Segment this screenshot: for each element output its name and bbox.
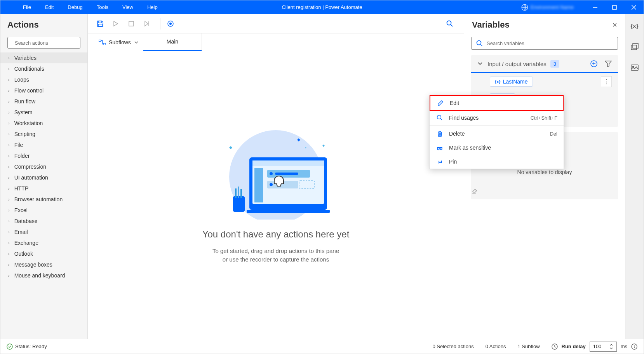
context-mark-sensitive[interactable]: Mark as sensitive	[430, 141, 564, 155]
action-category-outlook[interactable]: ›Outlook	[0, 248, 87, 259]
action-category-workstation[interactable]: ›Workstation	[0, 118, 87, 129]
action-category-loops[interactable]: ›Loops	[0, 74, 87, 85]
right-rail: {x}	[625, 14, 644, 339]
action-category-file[interactable]: ›File	[0, 140, 87, 150]
svg-rect-9	[129, 21, 134, 26]
action-category-conditionals[interactable]: ›Conditionals	[0, 63, 87, 74]
action-category-database[interactable]: ›Database	[0, 216, 87, 227]
action-category-scripting[interactable]: ›Scripting	[0, 129, 87, 140]
status-actions-count: 0 Actions	[486, 344, 506, 349]
action-category-ui-automation[interactable]: ›UI automation	[0, 172, 87, 183]
run-button[interactable]	[110, 17, 122, 30]
action-category-excel[interactable]: ›Excel	[0, 205, 87, 216]
actions-search[interactable]	[7, 37, 80, 49]
action-category-system[interactable]: ›System	[0, 107, 87, 118]
svg-rect-20	[238, 187, 239, 198]
window-title: Client registration | Power Automate	[282, 4, 362, 10]
variable-chip[interactable]: {x}LastName	[490, 77, 533, 87]
chevron-down-icon	[477, 61, 483, 66]
menu-file[interactable]: File	[16, 1, 38, 13]
window-maximize[interactable]	[605, 0, 624, 14]
action-category-variables[interactable]: ›Variables	[0, 52, 87, 63]
svg-line-44	[441, 119, 442, 120]
context-edit[interactable]: Edit	[430, 95, 564, 111]
svg-rect-25	[254, 168, 263, 202]
svg-line-14	[451, 24, 453, 26]
svg-rect-18	[233, 196, 245, 212]
status-ready: Status: Ready	[7, 344, 47, 350]
actions-title: Actions	[7, 20, 80, 30]
recorder-button[interactable]	[164, 17, 177, 30]
menu-view[interactable]: View	[115, 1, 140, 13]
svg-point-12	[169, 23, 172, 25]
edit-icon	[437, 100, 444, 106]
search-icon	[436, 115, 444, 121]
svg-rect-16	[103, 43, 106, 45]
variables-search[interactable]	[471, 37, 618, 50]
variable-row-lastname[interactable]: {x}LastName ⋮	[471, 73, 618, 90]
action-category-email[interactable]: ›Email	[0, 227, 87, 237]
action-category-message-boxes[interactable]: ›Message boxes	[0, 259, 87, 270]
filter-icon[interactable]	[605, 60, 612, 67]
variable-more-button[interactable]: ⋮	[601, 76, 612, 87]
environment-badge[interactable]: Environment Name	[521, 4, 574, 11]
action-category-compression[interactable]: ›Compression	[0, 161, 87, 172]
io-variables-count: 3	[550, 60, 559, 68]
chevron-right-icon: ›	[8, 66, 10, 71]
window-close[interactable]	[624, 0, 644, 14]
variable-icon: {x}	[495, 79, 501, 84]
action-category-browser-automation[interactable]: ›Browser automation	[0, 194, 87, 205]
chevron-right-icon: ›	[8, 251, 10, 256]
chevron-right-icon: ›	[8, 77, 10, 82]
context-pin[interactable]: Pin	[430, 155, 564, 169]
run-delay-label: Run delay	[562, 344, 586, 349]
variables-title: Variables	[472, 20, 510, 30]
window-minimize[interactable]	[585, 0, 605, 14]
svg-point-33	[477, 41, 481, 45]
svg-rect-24	[252, 160, 324, 166]
info-icon[interactable]	[631, 344, 637, 350]
chevron-right-icon: ›	[8, 99, 10, 104]
canvas-search-button[interactable]	[442, 16, 458, 31]
action-category-mouse-keyboard[interactable]: ›Mouse and keyboard	[0, 270, 87, 281]
action-category-run-flow[interactable]: ›Run flow	[0, 96, 87, 107]
chevron-right-icon: ›	[8, 197, 10, 202]
run-delay-input[interactable]: 100	[590, 342, 617, 352]
subflows-dropdown[interactable]: Subflows	[94, 37, 143, 48]
actions-search-input[interactable]	[15, 40, 80, 46]
chevron-right-icon: ›	[8, 186, 10, 191]
chevron-right-icon: ›	[8, 262, 10, 267]
action-category-http[interactable]: ›HTTP	[0, 183, 87, 194]
spinner-icon[interactable]	[609, 344, 613, 350]
variables-close-button[interactable]: ✕	[612, 21, 617, 29]
context-delete[interactable]: Delete Del	[430, 127, 564, 141]
canvas-empty[interactable]: You don't have any actions here yet To g…	[88, 51, 464, 339]
actions-panel: Actions ›Variables ›Conditionals ›Loops …	[0, 14, 88, 339]
clock-icon	[552, 344, 558, 350]
action-category-flow-control[interactable]: ›Flow control	[0, 85, 87, 96]
rail-images-button[interactable]	[628, 61, 641, 74]
step-button[interactable]	[141, 17, 153, 30]
actions-list[interactable]: ›Variables ›Conditionals ›Loops ›Flow co…	[0, 52, 87, 339]
context-find-usages[interactable]: Find usages Ctrl+Shift+F	[430, 111, 564, 125]
chevron-right-icon: ›	[8, 230, 10, 234]
io-variables-header[interactable]: Input / output variables 3	[471, 55, 618, 73]
add-variable-button[interactable]	[590, 60, 598, 68]
svg-rect-19	[235, 188, 237, 198]
save-button[interactable]	[94, 17, 106, 30]
chevron-right-icon: ›	[8, 241, 10, 245]
action-category-folder[interactable]: ›Folder	[0, 150, 87, 161]
toolbar	[88, 14, 464, 33]
variables-search-input[interactable]	[487, 40, 613, 46]
clear-button[interactable]	[471, 187, 618, 199]
menu-debug[interactable]: Debug	[61, 1, 89, 13]
tab-main[interactable]: Main	[143, 33, 202, 51]
menu-help[interactable]: Help	[140, 1, 165, 13]
rail-variables-button[interactable]: {x}	[628, 19, 641, 32]
rail-ui-elements-button[interactable]	[628, 40, 641, 53]
menu-tools[interactable]: Tools	[90, 1, 115, 13]
stop-button[interactable]	[125, 17, 138, 30]
menu-edit[interactable]: Edit	[38, 1, 61, 13]
designer-area: Subflows Main	[88, 14, 464, 339]
action-category-exchange[interactable]: ›Exchange	[0, 237, 87, 248]
